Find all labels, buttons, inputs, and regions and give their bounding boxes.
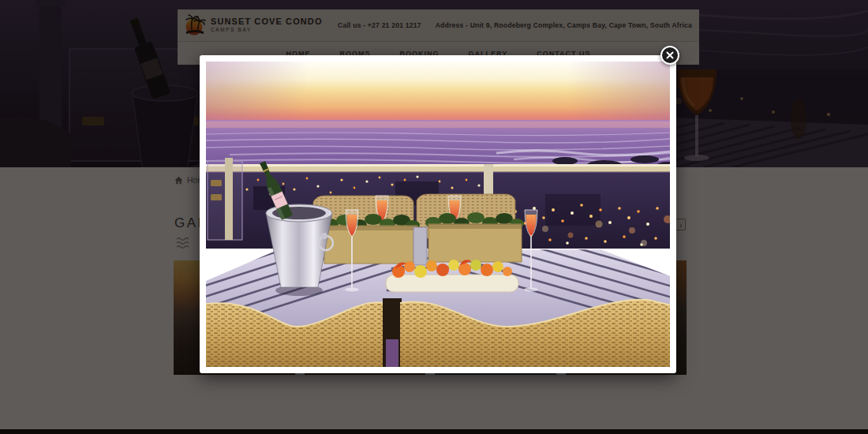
lightbox-close-button[interactable]	[660, 46, 679, 65]
close-icon	[666, 51, 674, 59]
lightbox-terrace-sunset-image	[206, 62, 670, 367]
lightbox-dialog	[200, 55, 676, 373]
